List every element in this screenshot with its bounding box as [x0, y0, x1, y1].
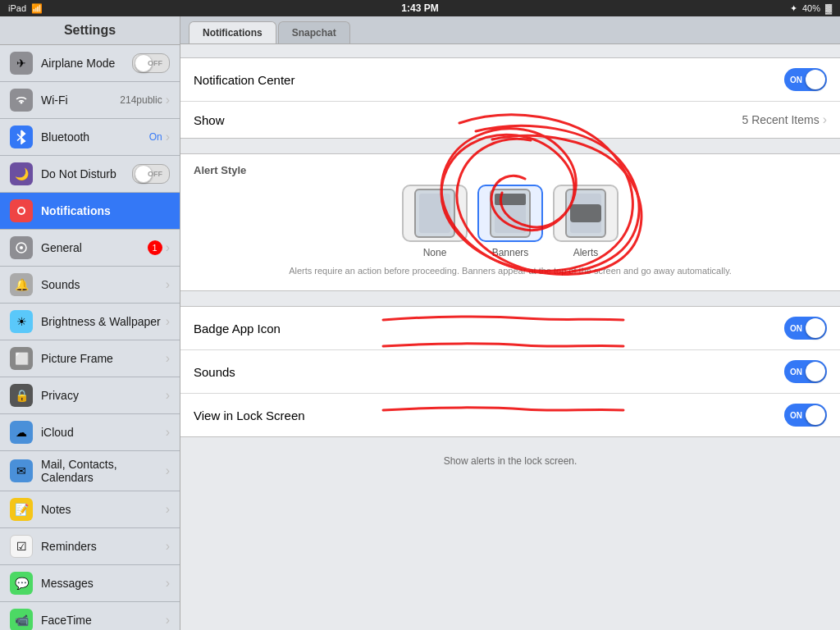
badge-app-icon-row: Badge App Icon ON	[180, 307, 840, 350]
alert-alerts-label: Alerts	[573, 247, 599, 258]
icloud-icon: ☁	[10, 421, 33, 444]
lock-screen-toggle[interactable]: ON	[784, 404, 827, 427]
tab-snapchat[interactable]: Snapchat	[278, 21, 350, 43]
phone-mock-none	[414, 189, 455, 238]
notification-center-toggle[interactable]: ON	[784, 68, 827, 91]
sidebar-item-airplane[interactable]: ✈ Airplane Mode OFF	[0, 45, 180, 82]
airplane-label: Airplane Mode	[41, 57, 132, 70]
svg-point-6	[19, 208, 24, 213]
sidebar-item-notifications[interactable]: Notifications	[0, 193, 180, 230]
alert-option-none[interactable]: None	[402, 185, 468, 258]
status-right: ✦ 40% ▓	[790, 3, 832, 14]
general-icon	[10, 236, 33, 259]
privacy-label: Privacy	[41, 389, 166, 402]
picture-label: Picture Frame	[41, 352, 166, 365]
bluetooth-chevron: ›	[166, 130, 170, 144]
alert-banners-label: Banners	[492, 247, 529, 258]
sidebar-item-wifi[interactable]: Wi-Fi 214public ›	[0, 82, 180, 119]
sounds-row: Sounds ON	[180, 350, 840, 394]
sidebar-item-icloud[interactable]: ☁ iCloud ›	[0, 414, 180, 451]
sidebar-item-reminders[interactable]: ☑ Reminders ›	[0, 528, 180, 565]
notifications-label: Notifications	[41, 204, 170, 217]
bluetooth-icon: ✦	[790, 3, 797, 14]
reminders-icon: ☑	[10, 535, 33, 558]
content-tabs: Notifications Snapchat	[180, 16, 840, 44]
badge-app-icon-toggle[interactable]: ON	[784, 317, 827, 340]
messages-icon: 💬	[10, 572, 33, 595]
mail-chevron: ›	[166, 463, 170, 478]
show-value: 5 Recent Items ›	[742, 112, 827, 127]
tab-notifications[interactable]: Notifications	[189, 21, 276, 43]
general-badge: 1	[148, 240, 162, 255]
sounds-setting-label: Sounds	[194, 365, 784, 379]
phone-mock-banners	[490, 189, 531, 238]
sidebar-title: Settings	[0, 16, 180, 45]
notification-center-label: Notification Center	[194, 73, 784, 87]
svg-point-8	[20, 246, 23, 249]
show-chevron: ›	[823, 112, 827, 127]
phone-mock-alerts	[565, 189, 606, 238]
battery-icon: ▓	[825, 3, 832, 13]
brightness-label: Brightness & Wallpaper	[41, 315, 166, 328]
sidebar-item-bluetooth[interactable]: Bluetooth On ›	[0, 119, 180, 156]
wifi-icon	[10, 89, 33, 112]
general-right: 1 ›	[148, 240, 170, 255]
alert-option-alerts[interactable]: Alerts	[553, 185, 619, 258]
notification-center-toggle-label: ON	[790, 75, 802, 84]
airplane-icon: ✈	[10, 52, 33, 75]
dnd-label: Do Not Disturb	[41, 167, 132, 180]
sidebar-item-picture[interactable]: ⬜ Picture Frame ›	[0, 340, 180, 377]
bluetooth-value: On ›	[149, 130, 170, 144]
sidebar-item-dnd[interactable]: 🌙 Do Not Disturb OFF	[0, 156, 180, 193]
alert-style-title: Alert Style	[194, 164, 827, 176]
bluetooth-icon	[10, 126, 33, 148]
sidebar-item-mail[interactable]: ✉ Mail, Contacts, Calendars ›	[0, 451, 180, 491]
sidebar-item-sounds[interactable]: 🔔 Sounds ›	[0, 267, 180, 304]
picture-chevron: ›	[166, 351, 170, 366]
sidebar-item-notes[interactable]: 📝 Notes ›	[0, 491, 180, 528]
sidebar-item-brightness[interactable]: ☀ Brightness & Wallpaper ›	[0, 304, 180, 340]
show-row[interactable]: Show 5 Recent Items ›	[180, 102, 840, 138]
reminders-chevron: ›	[166, 539, 170, 554]
alert-option-banners[interactable]: Banners	[477, 185, 543, 258]
alert-description: Alerts require an action before proceedi…	[194, 265, 827, 277]
sidebar: Settings ✈ Airplane Mode OFF Wi-Fi 214pu…	[0, 16, 180, 630]
sidebar-item-messages[interactable]: 💬 Messages ›	[0, 565, 180, 602]
sidebar-item-privacy[interactable]: 🔒 Privacy ›	[0, 377, 180, 414]
lock-screen-row: View in Lock Screen ON	[180, 394, 840, 436]
sounds-toggle-label: ON	[790, 368, 802, 377]
alert-banners-box	[477, 185, 543, 242]
facetime-icon: 📹	[10, 609, 33, 630]
alert-style-group: Alert Style None	[180, 153, 840, 291]
wifi-icon: 📶	[31, 3, 43, 14]
privacy-chevron: ›	[166, 388, 170, 403]
wifi-chevron: ›	[166, 93, 170, 107]
sidebar-item-general[interactable]: General 1 ›	[0, 230, 180, 267]
wifi-label: Wi-Fi	[41, 94, 120, 107]
badge-app-icon-label: Badge App Icon	[194, 322, 784, 336]
reminders-label: Reminders	[41, 540, 166, 553]
status-bar: iPad 📶 1:43 PM ✦ 40% ▓	[0, 0, 840, 16]
general-label: General	[41, 241, 148, 254]
lock-screen-label: View in Lock Screen	[194, 409, 784, 422]
messages-chevron: ›	[166, 576, 170, 591]
badge-toggle-label: ON	[790, 324, 802, 333]
sidebar-item-facetime[interactable]: 📹 FaceTime ›	[0, 602, 180, 630]
main-container: Settings ✈ Airplane Mode OFF Wi-Fi 214pu…	[0, 16, 840, 630]
mail-label: Mail, Contacts, Calendars	[41, 458, 166, 484]
battery-label: 40%	[802, 3, 820, 13]
dnd-toggle[interactable]: OFF	[132, 164, 170, 184]
alert-none-label: None	[423, 247, 447, 258]
airplane-toggle[interactable]: OFF	[132, 53, 170, 73]
notification-center-group: Notification Center ON Show 5 Recent Ite…	[180, 57, 840, 139]
sounds-toggle[interactable]: ON	[784, 360, 827, 383]
notification-center-row: Notification Center ON	[180, 58, 840, 102]
badge-sounds-group: Badge App Icon ON Sounds ON View in Lock…	[180, 306, 840, 437]
content-area: Notifications Snapchat Notification Cent…	[180, 16, 840, 630]
show-label: Show	[194, 113, 742, 127]
status-left: iPad 📶	[8, 3, 43, 14]
sounds-label: Sounds	[41, 278, 166, 291]
mail-icon: ✉	[10, 459, 33, 482]
status-time: 1:43 PM	[401, 2, 438, 14]
wifi-value: 214public ›	[120, 93, 170, 107]
